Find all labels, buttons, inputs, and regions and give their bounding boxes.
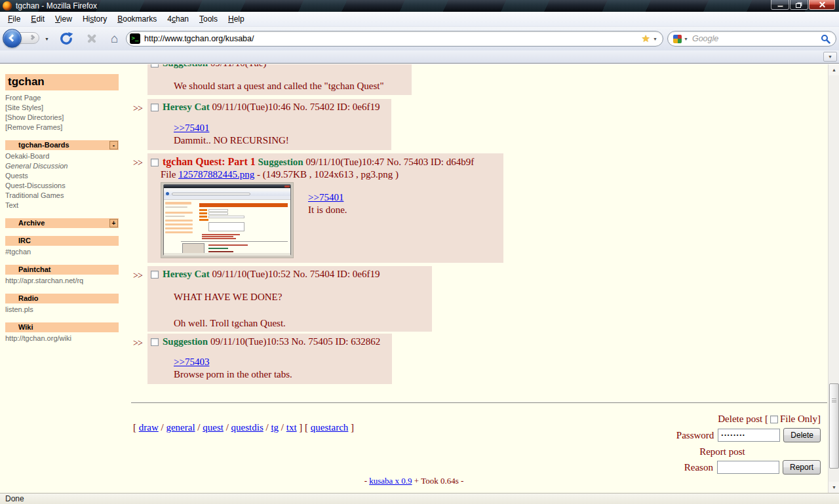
stop-button[interactable] [86, 33, 98, 45]
menu-tools[interactable]: Tools [194, 13, 223, 25]
sidebar-link[interactable]: [Show Directories] [5, 113, 119, 123]
menu-4chan[interactable]: 4chan [162, 13, 194, 25]
reply-marker: >> [133, 266, 147, 281]
post-message: Dammit.. NO RECURSING! [174, 134, 386, 147]
kusaba-link[interactable]: kusaba x 0.9 [369, 476, 412, 486]
search-box[interactable]: ▼ Google [667, 31, 836, 47]
back-forward-group [3, 29, 43, 48]
report-button[interactable]: Report [783, 460, 821, 475]
sidebar-link[interactable]: Quest-Discussions [5, 181, 119, 191]
sidebar-link[interactable]: #tgchan [5, 247, 119, 257]
address-bar[interactable]: >_ http://www.tgchan.org/kusaba/ ★ ▼ [126, 31, 663, 47]
forward-icon [29, 35, 35, 40]
search-magnifier-icon[interactable] [821, 34, 830, 44]
bookmark-star-icon[interactable]: ★ [642, 33, 650, 45]
menu-edit[interactable]: Edit [26, 13, 50, 25]
scroll-up-icon[interactable]: ▲ [829, 64, 839, 75]
post-message: We should start a quest and called the "… [174, 80, 406, 92]
post-checkbox[interactable] [151, 64, 159, 68]
post-image-thumbnail[interactable] [161, 182, 294, 258]
sidebar-link[interactable]: [Site Styles] [5, 103, 119, 113]
window-title: tgchan - Mozilla Firefox [16, 1, 97, 10]
board-link-tg[interactable]: tg [271, 422, 279, 433]
poster-name: Suggestion [258, 157, 303, 167]
board-link-txt[interactable]: txt [286, 422, 297, 433]
post-75405: Suggestion 09/11/10(Tue)10:53 No. 75405 … [147, 334, 392, 384]
reload-icon [59, 31, 73, 46]
search-input[interactable]: Google [692, 34, 821, 43]
backlink[interactable]: >>75403 [174, 357, 209, 367]
board-list-separator: [ [133, 422, 139, 433]
close-button[interactable] [809, 0, 835, 10]
board-link-quest[interactable]: quest [203, 422, 224, 433]
reload-button[interactable] [58, 31, 74, 47]
thumb-banner [199, 203, 288, 207]
section-toggle-button[interactable]: + [109, 219, 118, 227]
section-header-label: tgchan-Boards [18, 141, 69, 149]
delete-post-row: Delete post [ File Only] [650, 414, 821, 425]
restore-button[interactable] [790, 0, 808, 10]
post-header: Heresy Cat 09/11/10(Tue)10:46 No. 75402 … [151, 102, 386, 113]
section-toggle-button[interactable]: - [109, 141, 118, 149]
delete-button[interactable]: Delete [783, 428, 821, 442]
sidebar-link[interactable]: http://apr.starchan.net/rq [5, 276, 119, 286]
sidebar-link[interactable]: Quests [5, 171, 119, 181]
board-link-general[interactable]: general [166, 422, 195, 433]
sidebar-link[interactable]: General Discussion [5, 161, 119, 171]
backlink[interactable]: >>75401 [174, 123, 209, 133]
url-text[interactable]: http://www.tgchan.org/kusaba/ [144, 34, 642, 43]
post-checkbox[interactable] [151, 104, 159, 111]
delete-report-forms: Delete post [ File Only] Password ••••••… [650, 414, 821, 478]
post-checkbox[interactable] [151, 338, 159, 346]
file-only-label: File Only] [780, 414, 821, 425]
board-link-draw[interactable]: draw [139, 422, 159, 433]
password-input[interactable]: •••••••• [718, 429, 780, 442]
reply-marker: >> [133, 153, 147, 168]
sidebar-link[interactable]: Text [5, 201, 119, 210]
file-link[interactable]: 125787882445.png [178, 169, 254, 180]
menu-bookmarks[interactable]: Bookmarks [112, 13, 162, 25]
sidebar-link[interactable]: Oekaki-Board [5, 151, 119, 161]
menu-help[interactable]: Help [223, 13, 250, 25]
menu-view[interactable]: View [50, 13, 77, 25]
post-meta: 09/11/10(Tue)10:47 No. 75403 ID: d64b9f [305, 157, 474, 167]
restore-icon [796, 3, 801, 8]
board-list-separator: / [159, 422, 166, 433]
sidebar-link[interactable]: [Remove Frames] [5, 123, 119, 132]
window-controls [770, 0, 835, 10]
board-link-questarch[interactable]: questarch [311, 422, 348, 433]
bookmark-dropdown-icon[interactable]: ▼ [653, 37, 657, 41]
menu-file[interactable]: File [3, 13, 26, 25]
scrollbar-thumb[interactable] [829, 383, 839, 469]
page-content: tgchan Front Page[Site Styles][Show Dire… [0, 64, 828, 493]
post-checkbox[interactable] [151, 271, 159, 279]
scroll-down-icon[interactable]: ▼ [829, 482, 839, 493]
reason-input[interactable] [717, 461, 779, 474]
sidebar-link[interactable]: Traditional Games [5, 191, 119, 201]
post-clipped: Suggestion 09/11/10(Tue) We should start… [147, 64, 412, 95]
backlink[interactable]: >>75401 [308, 192, 343, 203]
post-header: Suggestion 09/11/10(Tue)10:53 No. 75405 … [151, 336, 387, 347]
board-list-separator: / [263, 422, 271, 433]
sidebar-link[interactable]: listen.pls [5, 305, 119, 315]
bookmarks-overflow-chevron-icon[interactable]: ▼ [823, 52, 837, 62]
site-favicon-terminal-icon: >_ [130, 33, 140, 44]
minimize-button[interactable] [771, 0, 789, 10]
vertical-scrollbar[interactable]: ▲ ▼ [828, 64, 839, 493]
sidebar-section-header: Wiki [5, 322, 119, 332]
board-link-questdis[interactable]: questdis [231, 422, 263, 433]
sidebar-link[interactable]: http://tgchan.org/wiki [5, 334, 119, 343]
poster-name: Heresy Cat [163, 269, 210, 279]
footer-text: + Took 0.64s - [412, 476, 464, 486]
post-75404: Heresy Cat 09/11/10(Tue)10:52 No. 75404 … [147, 266, 432, 332]
sidebar-link[interactable]: Front Page [5, 93, 119, 103]
menu-history[interactable]: History [77, 13, 112, 25]
back-button[interactable] [3, 29, 22, 48]
minimize-icon [777, 5, 783, 7]
file-only-checkbox[interactable] [770, 416, 778, 423]
post-75402: Heresy Cat 09/11/10(Tue)10:46 No. 75402 … [147, 99, 391, 150]
post-checkbox[interactable] [151, 159, 159, 166]
search-engine-dropdown-icon[interactable]: ▼ [684, 37, 688, 41]
home-button[interactable]: ⌂ [111, 33, 118, 45]
history-dropdown-icon[interactable]: ▼ [45, 37, 49, 41]
